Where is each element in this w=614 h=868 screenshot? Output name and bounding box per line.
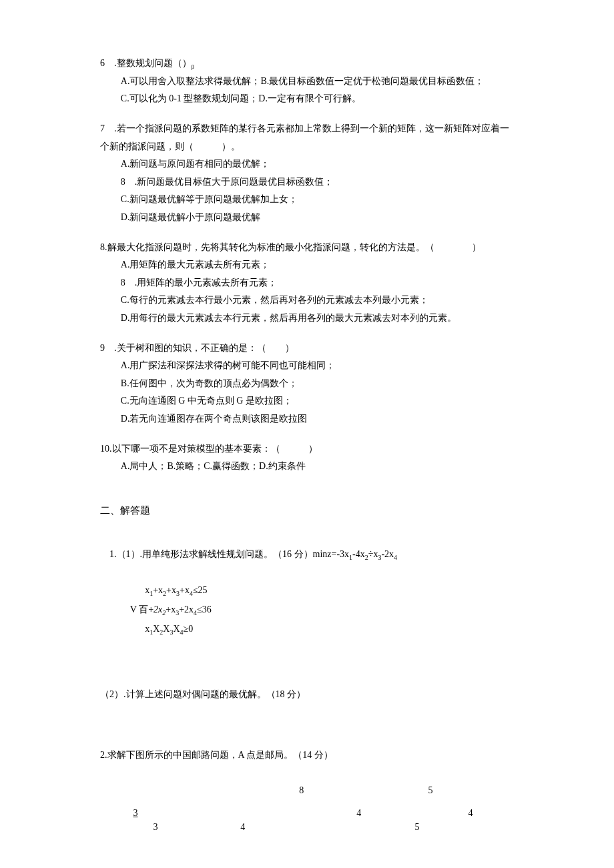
c3d: ≥0 [184,624,194,634]
q9-opt-d: D.若无向连通图存在两个奇点则该图是欧拉图 [100,410,514,428]
q6-stem-text: 6 .整数规划问题（） [100,58,192,68]
question-7: 7 .若一个指派问题的系数矩阵的某行各元素都加上常数上得到一个新的矩阵，这一新矩… [100,120,514,227]
g-r2-3: 4 [460,805,481,823]
graph-row-3: 3 4 5 [100,819,514,837]
c2e: +2x [179,604,194,614]
problem-1-2: （2）.计算上述问题对偶问题的最优解。（18 分） [100,686,514,704]
q6-opt-a: A.可以用舍入取整法求得最优解；B.最优目标函数值一定优于松弛问题最优目标函数值… [100,73,514,91]
q10-opt-a: A.局中人；B.策略；C.赢得函数；D.约束条件 [100,458,514,476]
c1e: ≤25 [193,585,208,595]
q7-opt-c: C.新问题最优解等于原问题最优解加上女； [100,191,514,209]
q9-stem: 9 .关于树和图的知识，不正确的是：（ ） [100,340,514,358]
q7-opt-d: D.新问题最优解小于原问题最优解 [100,209,514,227]
q6-stem: 6 .整数规划问题（）β [100,55,514,73]
p1-m2: ÷x [368,549,378,559]
g-r2-2: 4 [349,805,369,823]
q7-stem: 7 .若一个指派问题的系数矩阵的某行各元素都加上常数上得到一个新的矩阵，这一新矩… [100,120,514,155]
g-r2-0: 3 [125,805,145,823]
q10-stem: 10.以下哪一项不是对策模型的基本要素：（ ） [100,440,514,458]
g-r3-0: 3 [145,819,166,837]
p1-constraint-3: x1X2X3X4≥0 [100,620,514,639]
section-2-title: 二、解答题 [100,501,514,520]
p1-constraint-1: x1+x2+x3+x4≤25 [100,581,514,600]
question-10: 10.以下哪一项不是对策模型的基本要素：（ ） A.局中人；B.策略；C.赢得函… [100,440,514,476]
q8-opt-b: 8 .用矩阵的最小元素减去所有元素； [100,274,514,292]
c3b: X [163,624,170,634]
g-r3-3: 5 [407,819,427,837]
c3a: X [153,624,160,634]
g-r1-1: 8 [292,782,312,800]
q8-opt-c: C.每行的元素减去本行最小元素，然后再对各列的元素减去本列最小元素； [100,292,514,310]
p1-stem: 1.（1）.用单纯形法求解线性规划问题。（16 分）minz=-3x1-4x2÷… [100,528,514,581]
q6-opt-c: C.可以化为 0-1 型整数规划问题；D.一定有有限个可行解。 [100,90,514,108]
problem-2: 2.求解下图所示的中国邮路问题，A 点是邮局。（14 分） [100,747,514,765]
q9-opt-a: A.用广探法和深探法求得的树可能不同也可能相同； [100,357,514,375]
q6-sub: β [192,63,195,70]
question-6: 6 .整数规划问题（）β A.可以用舍入取整法求得最优解；B.最优目标函数值一定… [100,55,514,108]
c1c: +x [166,585,176,595]
spacer [100,651,514,686]
p1-pre: 1.（1）.用单纯形法求解线性规划问题。（16 分）minz=-3x [109,549,349,559]
c1b: +x [153,585,163,595]
q7-opt-b: 8 .新问题最优目标值大于原问题最优目标函数值； [100,173,514,191]
c2d: +x [166,604,176,614]
question-9: 9 .关于树和图的知识，不正确的是：（ ） A.用广探法和深探法求得的树可能不同… [100,340,514,428]
g-r1-3: 5 [420,782,440,800]
c2a: V 百+ [130,604,154,614]
q8-opt-a: A.用矩阵的最大元素减去所有元素； [100,256,514,274]
q9-opt-b: B.任何图中，次为奇数的顶点必为偶数个； [100,375,514,393]
q8-opt-d: D.用每行的最大元素减去本行元素，然后再用各列的最大元素减去对本列的元素。 [100,310,514,328]
c3c: X [173,624,180,634]
question-8: 8.解最大化指派问题时，先将其转化为标准的最小化指派问题，转化的方法是。（ ） … [100,239,514,328]
q9-opt-c: C.无向连通图 G 中无奇点则 G 是欧拉图； [100,392,514,410]
graph-area: 8 5 3 4 4 3 4 5 [100,782,514,822]
p1-m1: -4x [352,549,365,559]
spacer [100,703,514,747]
q7-opt-a: A.新问题与原问题有相同的最优解； [100,155,514,173]
problem-1-1: 1.（1）.用单纯形法求解线性规划问题。（16 分）minz=-3x1-4x2÷… [100,528,514,638]
g-r3-1: 4 [233,819,253,837]
c1d: +x [180,585,190,595]
p1-constraint-2: V 百+2x2+x3+2x4≤36 [100,600,514,620]
c2f: ≤36 [197,604,212,614]
graph-row-1: 8 5 [100,782,514,800]
q8-stem: 8.解最大化指派问题时，先将其转化为标准的最小化指派问题，转化的方法是。（ ） [100,239,514,257]
c2b: 2 [154,604,158,614]
p1-s4: 4 [394,554,397,561]
p1-m3: -2x [381,549,394,559]
